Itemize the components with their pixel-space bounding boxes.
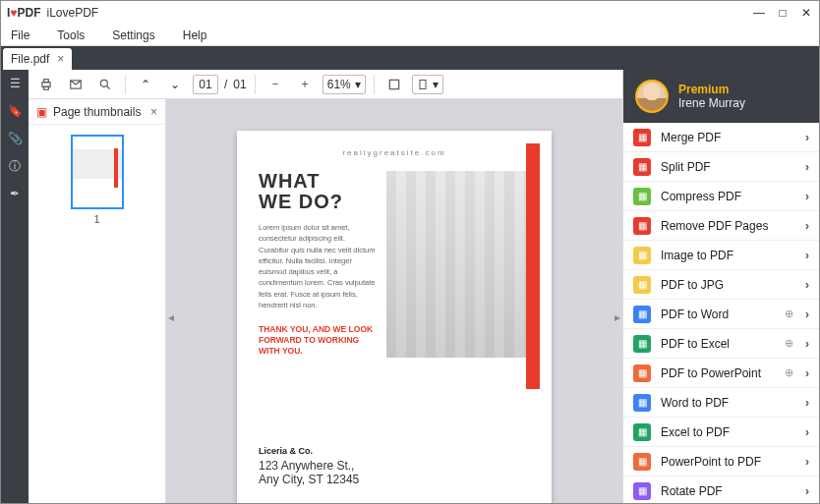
tool-icon: ▦ — [633, 158, 651, 176]
ribbon-icon[interactable]: ✒ — [7, 186, 23, 201]
pdf-page: reallygreatsite.com WHAT WE DO? Lorem ip… — [237, 131, 552, 504]
tools-list: ▦Merge PDF›▦Split PDF›▦Compress PDF›▦Rem… — [623, 123, 819, 504]
tool-split-pdf[interactable]: ▦Split PDF› — [623, 152, 819, 182]
left-rail: ☰ 🔖 📎 ⓘ ✒ — [1, 70, 29, 504]
svg-point-4 — [100, 80, 107, 86]
tool-label: PDF to PowerPoint — [661, 366, 772, 380]
tab-close-icon[interactable]: × — [57, 52, 64, 66]
zoom-in-button[interactable]: ＋ — [293, 74, 317, 95]
user-box[interactable]: Premium Irene Murray — [623, 70, 819, 123]
tool-powerpoint-to-pdf[interactable]: ▦PowerPoint to PDF› — [623, 447, 819, 476]
tool-label: Remove PDF Pages — [661, 219, 772, 233]
tool-merge-pdf[interactable]: ▦Merge PDF› — [623, 123, 819, 152]
tool-label: PDF to Word — [661, 308, 772, 321]
chevron-down-icon: ▾ — [433, 78, 439, 91]
tool-word-to-pdf[interactable]: ▦Word to PDF› — [623, 388, 819, 418]
bookmark-icon[interactable]: 🔖 — [7, 103, 23, 119]
page-thumbnail[interactable] — [71, 135, 124, 209]
web-badge-icon: ⊕ — [782, 366, 795, 380]
menu-tools[interactable]: Tools — [57, 28, 85, 42]
web-badge-icon — [782, 219, 795, 233]
doc-cta: THANK YOU, AND WE LOOK FORWARD TO WORKIN… — [259, 324, 377, 357]
tool-icon: ▦ — [633, 482, 651, 500]
svg-rect-2 — [44, 86, 49, 89]
tool-label: Excel to PDF — [661, 425, 772, 439]
viewer: ◂ ▸ reallygreatsite.com WHAT WE DO? Lore… — [166, 99, 622, 504]
tool-icon: ▦ — [633, 188, 651, 205]
doc-hero-image — [386, 171, 530, 358]
print-button[interactable] — [34, 74, 58, 95]
info-icon[interactable]: ⓘ — [7, 158, 23, 174]
tool-label: PDF to JPG — [661, 278, 772, 292]
tool-icon: ▦ — [633, 129, 651, 146]
tool-icon: ▦ — [633, 364, 651, 382]
separator — [125, 75, 126, 94]
page-number-input[interactable] — [193, 75, 218, 94]
chevron-right-icon: › — [805, 190, 809, 203]
tool-icon: ▦ — [633, 276, 651, 294]
doc-address-1: 123 Anywhere St., — [259, 459, 530, 473]
mail-button[interactable] — [64, 74, 88, 95]
thumbnails-panel: ▣Page thumbnails × 1 — [29, 99, 166, 504]
red-accent-bar — [526, 143, 540, 389]
app-logo: I♥PDF — [7, 6, 40, 20]
separator — [255, 75, 256, 94]
tool-label: Word to PDF — [661, 396, 772, 410]
chevron-right-icon: › — [805, 308, 809, 321]
doc-headline-1: WHAT — [259, 171, 377, 192]
page-up-button[interactable]: ⌃ — [134, 74, 157, 95]
tool-excel-to-pdf[interactable]: ▦Excel to PDF› — [623, 418, 819, 447]
window-close-button[interactable]: ✕ — [799, 6, 813, 20]
window-minimize-button[interactable]: — — [752, 6, 766, 20]
menu-help[interactable]: Help — [183, 28, 207, 42]
chevron-right-icon: › — [805, 337, 809, 351]
page-down-button[interactable]: ⌄ — [163, 74, 187, 95]
chevron-right-icon: › — [805, 484, 809, 498]
document-tab[interactable]: File.pdf × — [3, 48, 72, 70]
chevron-right-icon: › — [805, 366, 809, 380]
tool-rotate-pdf[interactable]: ▦Rotate PDF› — [623, 476, 819, 504]
tool-image-to-pdf[interactable]: ▦Image to PDF› — [623, 241, 819, 270]
thumbnails-icon: ▣ — [36, 105, 47, 119]
zoom-select[interactable]: 61%▾ — [322, 75, 366, 94]
tool-remove-pdf-pages[interactable]: ▦Remove PDF Pages› — [623, 211, 819, 241]
tool-pdf-to-excel[interactable]: ▦PDF to Excel⊕› — [623, 329, 819, 359]
collapse-right-handle[interactable]: ▸ — [613, 298, 622, 337]
menu-file[interactable]: File — [11, 28, 29, 42]
titlebar: I♥PDF iLovePDF — □ ✕ — [1, 1, 819, 25]
tool-label: Merge PDF — [661, 131, 772, 144]
menubar: File Tools Settings Help — [1, 25, 819, 46]
page-sep: / — [224, 78, 227, 91]
search-button[interactable] — [93, 74, 117, 95]
page-total: 01 — [233, 78, 246, 91]
tab-label: File.pdf — [11, 52, 49, 66]
avatar — [635, 80, 669, 113]
separator — [374, 75, 375, 94]
chevron-right-icon: › — [805, 160, 809, 174]
user-name: Irene Murray — [678, 96, 745, 110]
tool-label: Rotate PDF — [661, 484, 772, 498]
fit-width-button[interactable] — [382, 74, 406, 95]
right-sidebar: Premium Irene Murray ▦Merge PDF›▦Split P… — [622, 70, 819, 504]
web-badge-icon: ⊕ — [782, 337, 795, 351]
web-badge-icon — [782, 455, 795, 469]
chevron-right-icon: › — [805, 425, 809, 439]
tool-compress-pdf[interactable]: ▦Compress PDF› — [623, 182, 819, 211]
collapse-left-handle[interactable]: ◂ — [166, 298, 176, 337]
tool-pdf-to-jpg[interactable]: ▦PDF to JPG› — [623, 270, 819, 300]
tool-label: PDF to Excel — [661, 337, 772, 351]
tool-icon: ▦ — [633, 453, 651, 471]
zoom-out-button[interactable]: － — [264, 74, 287, 95]
tool-icon: ▦ — [633, 217, 651, 235]
tool-pdf-to-powerpoint[interactable]: ▦PDF to PowerPoint⊕› — [623, 359, 819, 388]
layout-select[interactable]: ▾ — [412, 75, 443, 94]
tabstrip: File.pdf × — [1, 46, 819, 70]
layers-icon[interactable]: ☰ — [7, 76, 23, 91]
thumbnails-title: Page thumbnails — [53, 105, 141, 119]
menu-settings[interactable]: Settings — [112, 28, 154, 42]
web-badge-icon — [782, 249, 795, 262]
window-maximize-button[interactable]: □ — [776, 6, 790, 20]
attachment-icon[interactable]: 📎 — [7, 131, 23, 146]
tool-pdf-to-word[interactable]: ▦PDF to Word⊕› — [623, 300, 819, 329]
thumbnails-close-button[interactable]: × — [150, 105, 157, 119]
